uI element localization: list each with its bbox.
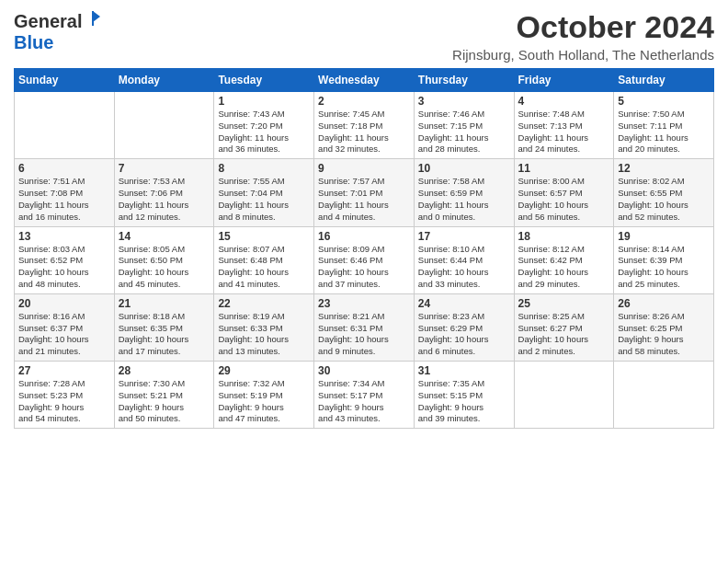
day-number: 5 bbox=[618, 95, 710, 108]
page: General Blue October 2024 Rijnsburg, Sou… bbox=[0, 0, 728, 438]
table-row: 6Sunrise: 7:51 AM Sunset: 7:08 PM Daylig… bbox=[15, 159, 115, 226]
table-row: 3Sunrise: 7:46 AM Sunset: 7:15 PM Daylig… bbox=[414, 92, 514, 159]
table-row: 29Sunrise: 7:32 AM Sunset: 5:19 PM Dayli… bbox=[214, 362, 314, 429]
table-row: 1Sunrise: 7:43 AM Sunset: 7:20 PM Daylig… bbox=[214, 92, 314, 159]
day-number: 24 bbox=[418, 297, 510, 310]
day-info: Sunrise: 7:46 AM Sunset: 7:15 PM Dayligh… bbox=[418, 109, 510, 155]
col-thursday: Thursday bbox=[414, 69, 514, 92]
day-number: 26 bbox=[618, 297, 710, 310]
header: General Blue October 2024 Rijnsburg, Sou… bbox=[14, 9, 714, 63]
day-number: 17 bbox=[418, 230, 510, 243]
table-row: 16Sunrise: 8:09 AM Sunset: 6:46 PM Dayli… bbox=[314, 226, 415, 293]
day-info: Sunrise: 7:34 AM Sunset: 5:17 PM Dayligh… bbox=[318, 378, 410, 425]
col-saturday: Saturday bbox=[614, 69, 714, 92]
table-row: 7Sunrise: 7:53 AM Sunset: 7:06 PM Daylig… bbox=[114, 159, 214, 226]
day-info: Sunrise: 7:35 AM Sunset: 5:15 PM Dayligh… bbox=[418, 378, 510, 425]
day-info: Sunrise: 7:57 AM Sunset: 7:01 PM Dayligh… bbox=[318, 176, 410, 223]
day-info: Sunrise: 7:48 AM Sunset: 7:13 PM Dayligh… bbox=[518, 109, 610, 155]
day-info: Sunrise: 8:05 AM Sunset: 6:50 PM Dayligh… bbox=[119, 244, 210, 291]
calendar-week-row: 27Sunrise: 7:28 AM Sunset: 5:23 PM Dayli… bbox=[15, 362, 714, 429]
day-number: 7 bbox=[119, 162, 210, 175]
day-info: Sunrise: 7:55 AM Sunset: 7:04 PM Dayligh… bbox=[218, 176, 310, 223]
table-row: 19Sunrise: 8:14 AM Sunset: 6:39 PM Dayli… bbox=[614, 226, 714, 293]
day-number: 22 bbox=[218, 297, 310, 310]
col-monday: Monday bbox=[114, 69, 214, 92]
table-row: 17Sunrise: 8:10 AM Sunset: 6:44 PM Dayli… bbox=[414, 226, 514, 293]
day-info: Sunrise: 8:07 AM Sunset: 6:48 PM Dayligh… bbox=[218, 244, 310, 291]
day-number: 19 bbox=[618, 230, 710, 243]
table-row: 30Sunrise: 7:34 AM Sunset: 5:17 PM Dayli… bbox=[314, 362, 415, 429]
logo: General Blue bbox=[14, 9, 102, 53]
day-number: 25 bbox=[518, 297, 610, 310]
day-info: Sunrise: 8:00 AM Sunset: 6:57 PM Dayligh… bbox=[518, 176, 610, 223]
table-row: 15Sunrise: 8:07 AM Sunset: 6:48 PM Dayli… bbox=[214, 226, 314, 293]
table-row: 26Sunrise: 8:26 AM Sunset: 6:25 PM Dayli… bbox=[614, 293, 714, 361]
table-row bbox=[15, 92, 115, 159]
day-info: Sunrise: 8:03 AM Sunset: 6:52 PM Dayligh… bbox=[18, 244, 110, 291]
day-number: 21 bbox=[119, 297, 210, 310]
table-row: 31Sunrise: 7:35 AM Sunset: 5:15 PM Dayli… bbox=[414, 362, 514, 429]
table-row bbox=[614, 362, 714, 429]
day-number: 3 bbox=[418, 95, 510, 108]
day-info: Sunrise: 7:43 AM Sunset: 7:20 PM Dayligh… bbox=[218, 109, 310, 155]
day-info: Sunrise: 8:21 AM Sunset: 6:31 PM Dayligh… bbox=[318, 311, 410, 358]
table-row: 28Sunrise: 7:30 AM Sunset: 5:21 PM Dayli… bbox=[114, 362, 214, 429]
day-number: 16 bbox=[318, 230, 410, 243]
day-info: Sunrise: 8:19 AM Sunset: 6:33 PM Dayligh… bbox=[218, 311, 310, 358]
day-info: Sunrise: 7:51 AM Sunset: 7:08 PM Dayligh… bbox=[18, 176, 110, 223]
calendar-header-row: Sunday Monday Tuesday Wednesday Thursday… bbox=[15, 69, 714, 92]
day-info: Sunrise: 7:50 AM Sunset: 7:11 PM Dayligh… bbox=[618, 109, 710, 155]
day-info: Sunrise: 8:26 AM Sunset: 6:25 PM Dayligh… bbox=[618, 311, 710, 358]
table-row: 25Sunrise: 8:25 AM Sunset: 6:27 PM Dayli… bbox=[514, 293, 614, 361]
day-number: 2 bbox=[318, 95, 410, 108]
table-row bbox=[514, 362, 614, 429]
day-info: Sunrise: 8:14 AM Sunset: 6:39 PM Dayligh… bbox=[618, 244, 710, 291]
logo-text: General bbox=[14, 9, 102, 32]
col-tuesday: Tuesday bbox=[214, 69, 314, 92]
day-number: 29 bbox=[218, 364, 310, 377]
logo-general: General bbox=[14, 11, 82, 32]
table-row: 12Sunrise: 8:02 AM Sunset: 6:55 PM Dayli… bbox=[614, 159, 714, 226]
day-number: 20 bbox=[18, 297, 110, 310]
day-number: 6 bbox=[18, 162, 110, 175]
table-row: 13Sunrise: 8:03 AM Sunset: 6:52 PM Dayli… bbox=[15, 226, 115, 293]
svg-marker-0 bbox=[93, 11, 100, 22]
table-row: 20Sunrise: 8:16 AM Sunset: 6:37 PM Dayli… bbox=[15, 293, 115, 361]
day-number: 12 bbox=[618, 162, 710, 175]
day-number: 27 bbox=[18, 364, 110, 377]
day-info: Sunrise: 7:53 AM Sunset: 7:06 PM Dayligh… bbox=[119, 176, 210, 223]
calendar-table: Sunday Monday Tuesday Wednesday Thursday… bbox=[14, 68, 714, 429]
calendar-week-row: 1Sunrise: 7:43 AM Sunset: 7:20 PM Daylig… bbox=[15, 92, 714, 159]
day-info: Sunrise: 8:10 AM Sunset: 6:44 PM Dayligh… bbox=[418, 244, 510, 291]
day-info: Sunrise: 7:45 AM Sunset: 7:18 PM Dayligh… bbox=[318, 109, 410, 155]
day-number: 11 bbox=[518, 162, 610, 175]
day-info: Sunrise: 7:28 AM Sunset: 5:23 PM Dayligh… bbox=[18, 378, 110, 425]
table-row: 18Sunrise: 8:12 AM Sunset: 6:42 PM Dayli… bbox=[514, 226, 614, 293]
day-info: Sunrise: 7:32 AM Sunset: 5:19 PM Dayligh… bbox=[218, 378, 310, 425]
location: Rijnsburg, South Holland, The Netherland… bbox=[452, 47, 714, 63]
day-number: 14 bbox=[119, 230, 210, 243]
day-info: Sunrise: 8:16 AM Sunset: 6:37 PM Dayligh… bbox=[18, 311, 110, 358]
day-info: Sunrise: 8:25 AM Sunset: 6:27 PM Dayligh… bbox=[518, 311, 610, 358]
table-row: 2Sunrise: 7:45 AM Sunset: 7:18 PM Daylig… bbox=[314, 92, 415, 159]
day-number: 18 bbox=[518, 230, 610, 243]
month-title: October 2024 bbox=[452, 9, 714, 45]
table-row bbox=[114, 92, 214, 159]
table-row: 23Sunrise: 8:21 AM Sunset: 6:31 PM Dayli… bbox=[314, 293, 415, 361]
calendar-week-row: 13Sunrise: 8:03 AM Sunset: 6:52 PM Dayli… bbox=[15, 226, 714, 293]
title-section: October 2024 Rijnsburg, South Holland, T… bbox=[452, 9, 714, 63]
day-info: Sunrise: 8:09 AM Sunset: 6:46 PM Dayligh… bbox=[318, 244, 410, 291]
col-sunday: Sunday bbox=[15, 69, 115, 92]
logo-blue: Blue bbox=[14, 32, 53, 53]
col-friday: Friday bbox=[514, 69, 614, 92]
table-row: 10Sunrise: 7:58 AM Sunset: 6:59 PM Dayli… bbox=[414, 159, 514, 226]
day-number: 13 bbox=[18, 230, 110, 243]
day-number: 1 bbox=[218, 95, 310, 108]
table-row: 27Sunrise: 7:28 AM Sunset: 5:23 PM Dayli… bbox=[15, 362, 115, 429]
calendar-week-row: 20Sunrise: 8:16 AM Sunset: 6:37 PM Dayli… bbox=[15, 293, 714, 361]
day-info: Sunrise: 8:18 AM Sunset: 6:35 PM Dayligh… bbox=[119, 311, 210, 358]
table-row: 5Sunrise: 7:50 AM Sunset: 7:11 PM Daylig… bbox=[614, 92, 714, 159]
day-number: 8 bbox=[218, 162, 310, 175]
day-number: 10 bbox=[418, 162, 510, 175]
day-info: Sunrise: 7:58 AM Sunset: 6:59 PM Dayligh… bbox=[418, 176, 510, 223]
